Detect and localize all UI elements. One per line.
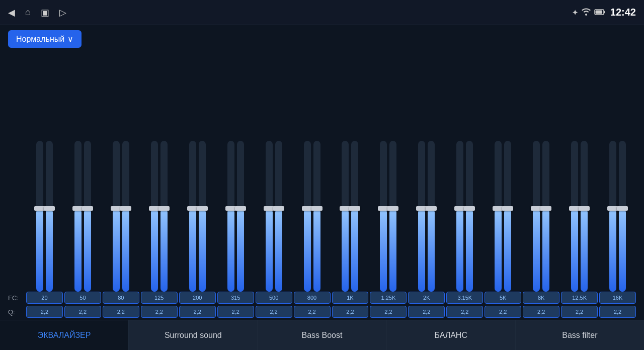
tab-equalizer[interactable]: ЭКВАЛАЙЗЕР [0, 320, 129, 350]
slider-track-3-1 [160, 141, 168, 292]
slider-handle-5-1[interactable] [235, 206, 246, 211]
windows-icon[interactable]: ▣ [41, 7, 49, 18]
slider-handle-4-1[interactable] [197, 206, 208, 211]
q-btn-0[interactable]: 2,2 [26, 306, 63, 318]
fc-btn-1[interactable]: 50 [64, 292, 101, 304]
back-icon[interactable]: ◀ [8, 7, 15, 18]
slider-handle-1-1[interactable] [82, 206, 93, 211]
slider-handle-13-1[interactable] [540, 206, 551, 211]
slider-wrap-15-0[interactable] [609, 141, 617, 292]
slider-wrap-7-0[interactable] [303, 141, 311, 292]
fc-btn-14[interactable]: 12.5K [561, 292, 598, 304]
fc-btn-2[interactable]: 80 [103, 292, 139, 304]
slider-handle-14-1[interactable] [579, 206, 590, 211]
slider-wrap-5-0[interactable] [227, 141, 235, 292]
q-btn-15[interactable]: 2,2 [599, 306, 636, 318]
fc-btn-7[interactable]: 800 [294, 292, 331, 304]
q-btn-13[interactable]: 2,2 [523, 306, 559, 318]
slider-fill-13-1 [542, 209, 549, 292]
fc-btn-10[interactable]: 2K [408, 292, 445, 304]
slider-handle-9-1[interactable] [387, 206, 398, 211]
slider-wrap-2-0[interactable] [112, 141, 120, 292]
fc-btn-15[interactable]: 16K [599, 292, 636, 304]
slider-wrap-0-1[interactable] [45, 141, 53, 292]
slider-wrap-6-0[interactable] [265, 141, 273, 292]
fc-btn-6[interactable]: 500 [256, 292, 292, 304]
slider-handle-12-1[interactable] [502, 206, 513, 211]
q-btn-9[interactable]: 2,2 [370, 306, 407, 318]
q-btn-14[interactable]: 2,2 [561, 306, 598, 318]
svg-rect-2 [604, 11, 605, 13]
eq-band-col-5 [217, 54, 254, 292]
slider-wrap-14-1[interactable] [580, 141, 588, 292]
slider-wrap-11-1[interactable] [465, 141, 473, 292]
slider-track-2-1 [122, 141, 129, 292]
slider-wrap-1-0[interactable] [74, 141, 82, 292]
slider-wrap-5-1[interactable] [236, 141, 245, 292]
q-btn-6[interactable]: 2,2 [256, 306, 292, 318]
tab-bassfilter[interactable]: Bass filter [516, 320, 644, 350]
slider-wrap-8-1[interactable] [351, 141, 359, 292]
slider-wrap-12-0[interactable] [494, 141, 502, 292]
slider-handle-3-1[interactable] [158, 206, 170, 211]
q-btn-4[interactable]: 2,2 [179, 306, 216, 318]
fc-btn-5[interactable]: 315 [217, 292, 254, 304]
tab-balance[interactable]: БАЛАНС [387, 320, 516, 350]
slider-fill-1-0 [74, 209, 82, 292]
slider-wrap-14-0[interactable] [571, 141, 579, 292]
slider-wrap-15-1[interactable] [618, 141, 626, 292]
slider-wrap-0-0[interactable] [36, 141, 44, 292]
slider-handle-0-1[interactable] [44, 206, 55, 211]
slider-wrap-9-0[interactable] [379, 141, 387, 292]
fc-btn-8[interactable]: 1K [332, 292, 369, 304]
fc-btn-4[interactable]: 200 [179, 292, 216, 304]
slider-handle-6-1[interactable] [273, 206, 284, 211]
slider-handle-15-1[interactable] [617, 206, 628, 211]
q-btn-12[interactable]: 2,2 [485, 306, 521, 318]
fc-btn-3[interactable]: 125 [141, 292, 178, 304]
q-btn-11[interactable]: 2,2 [446, 306, 483, 318]
fc-btn-13[interactable]: 8K [523, 292, 559, 304]
slider-wrap-4-1[interactable] [198, 141, 206, 292]
fc-btn-12[interactable]: 5K [485, 292, 521, 304]
slider-handle-8-1[interactable] [349, 206, 360, 211]
slider-wrap-11-0[interactable] [456, 141, 464, 292]
q-btn-10[interactable]: 2,2 [408, 306, 445, 318]
slider-wrap-3-0[interactable] [150, 141, 158, 292]
eq-band-col-6 [256, 54, 292, 292]
slider-wrap-13-0[interactable] [532, 141, 540, 292]
q-btn-1[interactable]: 2,2 [64, 306, 101, 318]
slider-wrap-4-0[interactable] [189, 141, 197, 292]
slider-wrap-8-0[interactable] [341, 141, 349, 292]
fc-btn-9[interactable]: 1.25K [370, 292, 407, 304]
q-btn-5[interactable]: 2,2 [217, 306, 254, 318]
slider-wrap-3-1[interactable] [160, 141, 168, 292]
q-btn-2[interactable]: 2,2 [103, 306, 139, 318]
slider-fill-11-1 [466, 209, 473, 292]
slider-handle-2-1[interactable] [120, 206, 131, 211]
tab-surround[interactable]: Surround sound [129, 320, 258, 350]
q-btn-8[interactable]: 2,2 [332, 306, 369, 318]
slider-wrap-13-1[interactable] [542, 141, 550, 292]
slider-wrap-10-1[interactable] [427, 141, 435, 292]
slider-wrap-10-0[interactable] [418, 141, 426, 292]
fc-btn-0[interactable]: 20 [26, 292, 63, 304]
eq-band-col-11 [446, 54, 483, 292]
slider-handle-7-1[interactable] [311, 206, 323, 211]
q-btn-7[interactable]: 2,2 [294, 306, 331, 318]
slider-wrap-1-1[interactable] [84, 141, 92, 292]
media-icon[interactable]: ▷ [59, 7, 66, 18]
home-icon[interactable]: ⌂ [25, 7, 31, 18]
tab-bassboost[interactable]: Bass Boost [258, 320, 386, 350]
slider-wrap-2-1[interactable] [122, 141, 130, 292]
slider-handle-10-1[interactable] [426, 206, 437, 211]
slider-wrap-9-1[interactable] [389, 141, 397, 292]
q-btn-3[interactable]: 2,2 [141, 306, 178, 318]
slider-handle-11-1[interactable] [464, 206, 475, 211]
slider-wrap-6-1[interactable] [275, 141, 283, 292]
preset-button[interactable]: Нормальный ∨ [8, 30, 82, 48]
slider-wrap-7-1[interactable] [313, 141, 321, 292]
fc-btn-11[interactable]: 3.15K [446, 292, 483, 304]
slider-track-12-0 [495, 141, 502, 292]
slider-wrap-12-1[interactable] [504, 141, 512, 292]
